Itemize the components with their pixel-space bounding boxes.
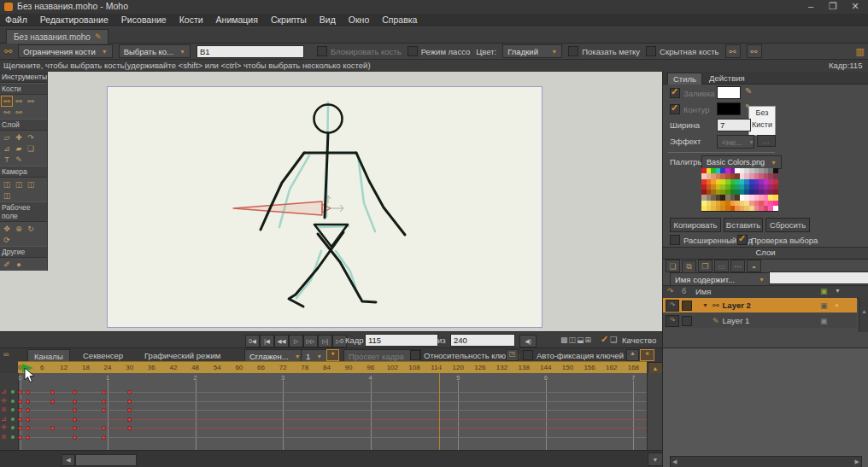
scroll-right-icon[interactable]: ▶ <box>855 458 859 465</box>
layer-filter-input[interactable] <box>769 271 868 284</box>
show-label-checkbox[interactable]: Показать метку <box>568 46 640 56</box>
keyframe[interactable] <box>127 408 132 412</box>
copy-style-button[interactable]: Копировать <box>670 218 721 232</box>
layer-filter-dropdown[interactable]: Имя содержит...▼ <box>670 272 770 286</box>
keyframe[interactable] <box>73 435 77 440</box>
keyframe[interactable] <box>26 435 30 440</box>
delete-layer-button[interactable]: ▭ <box>714 260 729 272</box>
keyframe[interactable] <box>102 400 106 404</box>
keyframe[interactable] <box>26 417 30 422</box>
layer-checkbox[interactable] <box>682 316 692 326</box>
zoom-camera-tool[interactable]: ◫ <box>13 178 25 190</box>
tab-channels[interactable]: Каналы <box>27 349 70 362</box>
fill-color-swatch[interactable] <box>717 86 741 99</box>
marker-icon[interactable]: ◳ <box>506 349 519 361</box>
fill-checkbox[interactable]: Заливка <box>670 88 715 98</box>
select-bone-tool[interactable]: ⚯ <box>1 96 13 107</box>
keyframe[interactable] <box>127 426 132 430</box>
keyframe[interactable] <box>102 426 106 430</box>
menu-item-6[interactable]: Скрипты <box>271 15 307 25</box>
eraser-tool[interactable]: ✐ <box>1 259 13 270</box>
view-layout-icons[interactable]: ▩◫⬓⊞ <box>560 336 592 344</box>
keyframe[interactable] <box>18 408 22 412</box>
width-input[interactable] <box>717 119 751 131</box>
autokey-checkbox[interactable]: Авто-фиксация ключей <box>523 350 624 360</box>
tab-sequencer[interactable]: Секвенсер <box>77 349 129 361</box>
speaker-icon[interactable]: ◀) <box>519 335 537 347</box>
document-tab[interactable]: Без названия.moho ✎ <box>6 29 108 44</box>
canvas-workspace[interactable] <box>0 72 662 331</box>
keyframe[interactable] <box>102 390 106 394</box>
flip-layer-tool[interactable]: ▰ <box>13 143 25 154</box>
paint-tool[interactable]: ● <box>13 259 25 270</box>
empty-pane-scrollbar[interactable]: ◀ ▶ <box>670 456 862 467</box>
keyframe[interactable] <box>26 408 30 412</box>
rotate-layer-tool[interactable]: ↷ <box>25 131 37 143</box>
tab-graph-mode[interactable]: Графический режим <box>138 349 226 361</box>
add-point-tool[interactable]: ✚ <box>13 131 25 143</box>
keyframe[interactable] <box>50 390 55 394</box>
link-icon[interactable]: ∞ <box>3 350 9 359</box>
total-frames-input[interactable] <box>450 334 515 347</box>
layer-visibility-icon[interactable]: ▣ <box>820 301 828 310</box>
keyframe[interactable] <box>127 400 132 404</box>
rotate-workspace-tool[interactable]: ↻ <box>25 223 37 234</box>
pan-tilt-camera-tool[interactable]: ◫ <box>1 190 13 201</box>
bone-constraints-dropdown[interactable]: Ограничения кости▼ <box>18 44 112 58</box>
keyframe[interactable] <box>50 400 55 404</box>
paste-style-button[interactable]: Вставить <box>724 218 763 232</box>
layer-visibility-icon[interactable]: ▣ <box>820 317 828 325</box>
animate-icon[interactable]: ↷ <box>666 315 679 327</box>
bone-pair-icon[interactable]: ⚯ <box>725 44 741 58</box>
zoom-workspace-tool[interactable]: ⊕ <box>13 223 25 234</box>
keyframe[interactable] <box>26 400 30 404</box>
keyframe[interactable] <box>26 426 30 430</box>
keyframe[interactable] <box>102 435 106 440</box>
roll-camera-tool[interactable]: ◫ <box>25 178 37 190</box>
timeline-vertical-scrollbar[interactable] <box>647 373 663 450</box>
keyframe[interactable] <box>18 390 22 394</box>
draw-tool[interactable]: ✎ <box>13 154 25 165</box>
document-canvas[interactable] <box>107 86 542 328</box>
bone-color-dropdown[interactable]: Гладкий▼ <box>502 44 562 58</box>
menu-item-8[interactable]: Окно <box>349 15 369 25</box>
layers-scrollbar[interactable]: ▲ <box>859 298 868 332</box>
keyframe[interactable] <box>18 417 22 422</box>
relative-keys-checkbox[interactable]: Относительность ключей <box>410 350 519 360</box>
expand-icon[interactable]: ▼ <box>702 302 713 308</box>
timeline-tracks[interactable]: ⊿✛≋⊿✛≋ 01234567 <box>0 373 662 450</box>
bone-name-input[interactable] <box>196 45 304 58</box>
minimize-button[interactable]: – <box>800 1 822 11</box>
brush-button[interactable]: БезКисти <box>748 106 776 136</box>
shear-layer-tool[interactable]: ⊿ <box>1 143 13 154</box>
select-bone-dropdown[interactable]: Выбрать ко...▼ <box>119 44 191 58</box>
scroll-left-button[interactable]: ◀ <box>62 454 75 466</box>
scroll-left-icon[interactable]: ◀ <box>672 458 677 465</box>
color-palette-grid[interactable] <box>701 168 778 212</box>
scale-bone-tool[interactable]: ⚯ <box>1 107 13 118</box>
animate-icon[interactable]: ↷ <box>666 300 679 312</box>
effect-dropdown[interactable]: <не...▼ <box>717 135 754 149</box>
rotate-bone-tool[interactable]: ⚯ <box>25 96 37 107</box>
layer-row[interactable]: ↷✎Layer 1▣ <box>663 313 857 328</box>
layer-row[interactable]: ↷▼⚯Layer 2▣● <box>663 298 857 312</box>
keyframe[interactable] <box>18 426 22 430</box>
text-tool[interactable]: T <box>1 154 13 165</box>
step-forward-button[interactable]: ▷▷ <box>303 335 318 347</box>
keyframe[interactable] <box>73 426 77 430</box>
keyframe[interactable] <box>18 435 22 440</box>
menu-item-2[interactable]: Редактирование <box>40 15 108 25</box>
keyframe[interactable] <box>73 417 77 422</box>
pan-workspace-tool[interactable]: ✥ <box>1 223 13 234</box>
layer-comp-button[interactable]: ◒ <box>747 260 761 272</box>
go-start-button[interactable]: 0◀ <box>245 335 260 347</box>
track-camera-tool[interactable]: ◫ <box>1 178 13 190</box>
play-button[interactable]: ▷ <box>289 335 303 347</box>
next-key-button[interactable]: ▷| <box>318 335 332 347</box>
orbit-workspace-tool[interactable]: ⟳ <box>1 234 13 245</box>
keyframe[interactable] <box>127 417 132 422</box>
keyframe[interactable] <box>102 408 106 412</box>
layer-name[interactable]: Layer 1 <box>723 316 750 325</box>
menu-item-4[interactable]: Кости <box>179 15 203 25</box>
scroll-down-button[interactable]: ▼ <box>648 452 663 466</box>
